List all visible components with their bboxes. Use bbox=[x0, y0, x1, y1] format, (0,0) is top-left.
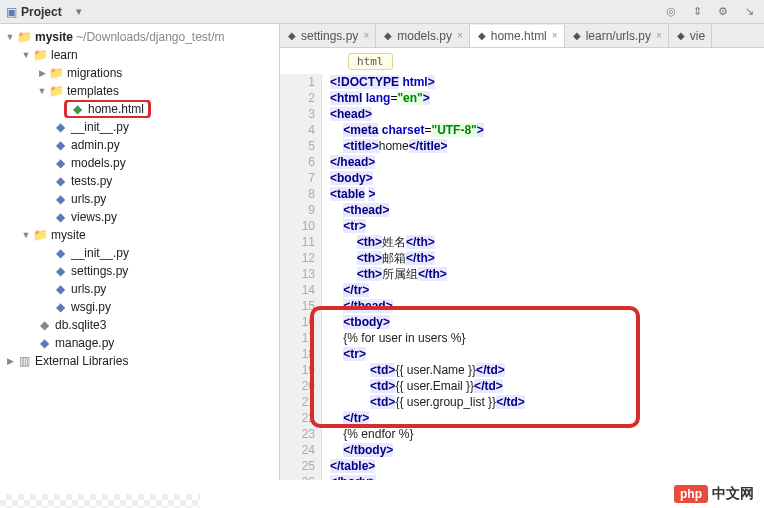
tree-file-urls[interactable]: ◆ urls.py bbox=[0, 190, 279, 208]
tree-label: urls.py bbox=[71, 192, 106, 206]
code-line[interactable]: <td>{{ user.Name }}</td> bbox=[330, 362, 764, 378]
python-file-icon: ◆ bbox=[52, 246, 68, 260]
breadcrumb: html bbox=[280, 48, 764, 74]
tree-file-models[interactable]: ◆ models.py bbox=[0, 154, 279, 172]
tree-file-mysite-urls[interactable]: ◆ urls.py bbox=[0, 280, 279, 298]
code-line[interactable]: <table > bbox=[330, 186, 764, 202]
close-icon[interactable]: × bbox=[552, 30, 558, 41]
tree-folder-mysite[interactable]: ▼ 📁 mysite bbox=[0, 226, 279, 244]
tree-file-views[interactable]: ◆ views.py bbox=[0, 208, 279, 226]
tab-label: vie bbox=[690, 29, 705, 43]
code-editor[interactable]: <!DOCTYPE html><html lang="en"><head> <m… bbox=[322, 74, 764, 480]
tab-settings[interactable]: ◆ settings.py × bbox=[280, 24, 376, 47]
code-line[interactable]: {% for user in users %} bbox=[330, 330, 764, 346]
python-file-icon: ◆ bbox=[675, 30, 687, 42]
minimize-icon[interactable]: ↘ bbox=[740, 3, 758, 21]
python-file-icon: ◆ bbox=[52, 174, 68, 188]
watermark-text: 中文网 bbox=[712, 485, 754, 503]
code-line[interactable]: <th>邮箱</th> bbox=[330, 250, 764, 266]
code-line[interactable]: </table> bbox=[330, 458, 764, 474]
tree-file-settings[interactable]: ◆ settings.py bbox=[0, 262, 279, 280]
code-line[interactable]: </head> bbox=[330, 154, 764, 170]
tree-file-init[interactable]: ◆ __init__.py bbox=[0, 118, 279, 136]
tab-home-html[interactable]: ◆ home.html × bbox=[470, 25, 565, 48]
close-icon[interactable]: × bbox=[457, 30, 463, 41]
tree-label: tests.py bbox=[71, 174, 112, 188]
folder-icon: 📁 bbox=[32, 228, 48, 242]
code-line[interactable]: </tr> bbox=[330, 282, 764, 298]
editor-tabs: ◆ settings.py × ◆ models.py × ◆ home.htm… bbox=[280, 24, 764, 48]
python-file-icon: ◆ bbox=[286, 30, 298, 42]
tree-file-home-html[interactable]: ◆ home.html bbox=[0, 100, 279, 118]
code-line[interactable]: <head> bbox=[330, 106, 764, 122]
tree-label: views.py bbox=[71, 210, 117, 224]
tree-file-mysite-init[interactable]: ◆ __init__.py bbox=[0, 244, 279, 262]
tree-label: urls.py bbox=[71, 282, 106, 296]
tree-file-tests[interactable]: ◆ tests.py bbox=[0, 172, 279, 190]
tree-folder-learn[interactable]: ▼ 📁 learn bbox=[0, 46, 279, 64]
code-line[interactable]: <html lang="en"> bbox=[330, 90, 764, 106]
folder-icon: 📁 bbox=[16, 30, 32, 44]
collapse-icon[interactable]: ⇕ bbox=[688, 3, 706, 21]
code-line[interactable]: </tr> bbox=[330, 410, 764, 426]
target-icon[interactable]: ◎ bbox=[662, 3, 680, 21]
code-line[interactable]: <tr> bbox=[330, 346, 764, 362]
code-line[interactable]: <body> bbox=[330, 170, 764, 186]
python-file-icon: ◆ bbox=[52, 192, 68, 206]
project-title: Project bbox=[21, 5, 62, 19]
tab-models[interactable]: ◆ models.py × bbox=[376, 24, 470, 47]
python-file-icon: ◆ bbox=[52, 210, 68, 224]
python-file-icon: ◆ bbox=[52, 138, 68, 152]
tree-label: admin.py bbox=[71, 138, 120, 152]
tree-label: templates bbox=[67, 84, 119, 98]
tree-external-libraries[interactable]: ▶ ▥ External Libraries bbox=[0, 352, 279, 370]
chevron-right-icon[interactable]: ▶ bbox=[36, 68, 48, 78]
project-icon: ▣ bbox=[6, 5, 17, 19]
tree-file-wsgi[interactable]: ◆ wsgi.py bbox=[0, 298, 279, 316]
code-line[interactable]: <title>home</title> bbox=[330, 138, 764, 154]
code-line[interactable]: <tr> bbox=[330, 218, 764, 234]
code-line[interactable]: <td>{{ user.Email }}</td> bbox=[330, 378, 764, 394]
code-line[interactable]: <td>{{ user.group_list }}</td> bbox=[330, 394, 764, 410]
tree-file-manage[interactable]: ◆ manage.py bbox=[0, 334, 279, 352]
code-line[interactable]: <tbody> bbox=[330, 314, 764, 330]
python-file-icon: ◆ bbox=[52, 300, 68, 314]
dropdown-icon[interactable]: ▾ bbox=[70, 3, 88, 21]
code-line[interactable]: <thead> bbox=[330, 202, 764, 218]
code-line[interactable]: <meta charset="UTF-8"> bbox=[330, 122, 764, 138]
code-line[interactable]: {% endfor %} bbox=[330, 426, 764, 442]
line-gutter[interactable]: 1234567891011121314151617181920212223242… bbox=[280, 74, 322, 480]
code-line[interactable]: </thead> bbox=[330, 298, 764, 314]
tree-label: models.py bbox=[71, 156, 126, 170]
chevron-down-icon[interactable]: ▼ bbox=[36, 86, 48, 96]
code-line[interactable]: <th>姓名</th> bbox=[330, 234, 764, 250]
tree-file-db[interactable]: ◆ db.sqlite3 bbox=[0, 316, 279, 334]
code-line[interactable]: <th>所属组</th> bbox=[330, 266, 764, 282]
tree-folder-migrations[interactable]: ▶ 📁 migrations bbox=[0, 64, 279, 82]
python-file-icon: ◆ bbox=[52, 120, 68, 134]
chevron-right-icon[interactable]: ▶ bbox=[4, 356, 16, 366]
tab-views[interactable]: ◆ vie bbox=[669, 24, 712, 47]
db-file-icon: ◆ bbox=[36, 318, 52, 332]
tree-label: __init__.py bbox=[71, 246, 129, 260]
chevron-down-icon[interactable]: ▼ bbox=[20, 50, 32, 60]
python-file-icon: ◆ bbox=[382, 30, 394, 42]
folder-icon: 📁 bbox=[48, 66, 64, 80]
tree-label: home.html bbox=[88, 102, 144, 116]
close-icon[interactable]: × bbox=[656, 30, 662, 41]
close-icon[interactable]: × bbox=[363, 30, 369, 41]
tree-root[interactable]: ▼ 📁 mysite ~/Downloads/django_test/m bbox=[0, 28, 279, 46]
gear-icon[interactable]: ⚙ bbox=[714, 3, 732, 21]
code-line[interactable]: </tbody> bbox=[330, 442, 764, 458]
tree-file-admin[interactable]: ◆ admin.py bbox=[0, 136, 279, 154]
php-logo-badge: php bbox=[674, 485, 708, 503]
chevron-down-icon[interactable]: ▼ bbox=[20, 230, 32, 240]
watermark: php 中文网 bbox=[674, 480, 754, 508]
tree-folder-templates[interactable]: ▼ 📁 templates bbox=[0, 82, 279, 100]
project-tree[interactable]: ▼ 📁 mysite ~/Downloads/django_test/m ▼ 📁… bbox=[0, 24, 280, 480]
breadcrumb-item[interactable]: html bbox=[348, 53, 393, 70]
chevron-down-icon[interactable]: ▼ bbox=[4, 32, 16, 42]
code-line[interactable]: <!DOCTYPE html> bbox=[330, 74, 764, 90]
tree-label: wsgi.py bbox=[71, 300, 111, 314]
tab-learn-urls[interactable]: ◆ learn/urls.py × bbox=[565, 24, 669, 47]
